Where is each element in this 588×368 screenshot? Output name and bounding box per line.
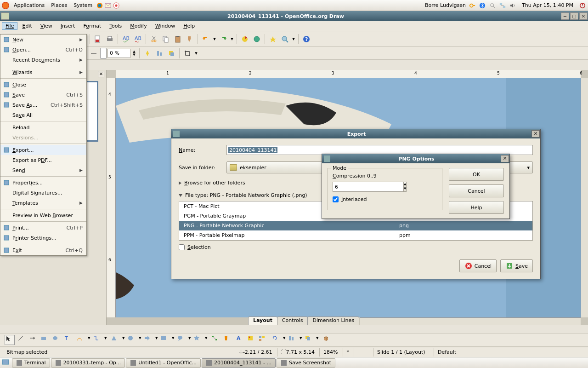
menu-file[interactable]: File bbox=[2, 22, 17, 30]
redo-icon[interactable] bbox=[218, 34, 229, 45]
gnome-menu-applications[interactable]: Applications bbox=[11, 1, 47, 9]
basic-shapes-dd[interactable]: ▾ bbox=[122, 335, 126, 345]
menu-item-close[interactable]: Close bbox=[0, 80, 86, 90]
flowchart-dd[interactable]: ▾ bbox=[172, 335, 175, 345]
line-color-swatch[interactable] bbox=[100, 48, 107, 59]
copy-icon[interactable] bbox=[160, 34, 171, 45]
spin-up[interactable]: ▲ bbox=[404, 182, 406, 187]
export-save-button[interactable]: Save bbox=[500, 259, 533, 272]
gnome-menu-system[interactable]: System bbox=[71, 1, 95, 9]
rotate-tool[interactable] bbox=[271, 335, 282, 345]
callout-dd[interactable]: ▾ bbox=[188, 335, 192, 345]
curve-tool[interactable] bbox=[76, 335, 86, 345]
menu-item-exit[interactable]: ExitCtrl+Q bbox=[0, 245, 86, 255]
undo-dropdown[interactable]: ▾ bbox=[212, 34, 217, 45]
menu-item-print-[interactable]: Print...Ctrl+P bbox=[0, 223, 86, 233]
hyperlink-icon[interactable] bbox=[251, 34, 262, 45]
png-dialog-close[interactable]: ✕ bbox=[501, 155, 509, 162]
compression-spinner[interactable]: ▲▼ bbox=[333, 182, 374, 192]
png-ok-button[interactable]: OK bbox=[449, 168, 504, 181]
line-width-spinner[interactable]: ▲▼ bbox=[131, 48, 137, 59]
connector-tool[interactable] bbox=[93, 335, 103, 345]
star-dd[interactable]: ▾ bbox=[205, 335, 209, 345]
arrow-style-icon[interactable] bbox=[88, 48, 99, 59]
filetype-ppm[interactable]: PPM - Portable Pixelmapppm bbox=[179, 230, 532, 240]
menu-item-reload[interactable]: Reload bbox=[0, 122, 86, 132]
bluetooth-icon[interactable] bbox=[479, 2, 486, 9]
format-paint-icon[interactable] bbox=[184, 34, 195, 45]
export-dialog-close[interactable]: ✕ bbox=[531, 130, 540, 138]
minimize-button[interactable]: − bbox=[561, 12, 569, 20]
callout-tool[interactable] bbox=[177, 335, 187, 345]
symbol-shapes-tool[interactable] bbox=[127, 335, 137, 345]
arrow-tool[interactable] bbox=[29, 335, 39, 345]
network-icon[interactable] bbox=[499, 2, 506, 9]
horizontal-scrollbar[interactable] bbox=[360, 317, 581, 325]
extrusion-tool[interactable] bbox=[322, 335, 333, 345]
menu-item-templates[interactable]: Templates▶ bbox=[0, 198, 86, 208]
menu-item-new[interactable]: New▶ bbox=[0, 34, 86, 45]
keyring-icon[interactable] bbox=[469, 2, 476, 9]
menu-item-printer-settings-[interactable]: Printer Settings... bbox=[0, 233, 86, 243]
align-draw-dd[interactable]: ▾ bbox=[300, 335, 303, 345]
spellcheck-icon[interactable]: ABC bbox=[120, 34, 131, 45]
rect-tool[interactable] bbox=[40, 335, 51, 345]
basic-shapes-tool[interactable] bbox=[111, 335, 121, 345]
menu-window[interactable]: Window bbox=[152, 22, 179, 30]
menu-view[interactable]: View bbox=[37, 22, 56, 30]
filetype-png[interactable]: PNG - Portable Network Graphicpng bbox=[179, 221, 532, 230]
interlaced-checkbox[interactable] bbox=[333, 196, 339, 202]
menu-item-digital-signatures-[interactable]: Digital Signatures... bbox=[0, 188, 86, 198]
flowchart-tool[interactable] bbox=[160, 335, 170, 345]
firefox-icon[interactable] bbox=[96, 2, 103, 9]
maximize-button[interactable]: ▢ bbox=[570, 12, 578, 20]
menu-insert[interactable]: Insert bbox=[57, 22, 79, 30]
vertical-scrollbar[interactable] bbox=[581, 78, 588, 317]
arrange-icon[interactable] bbox=[166, 48, 177, 59]
png-help-button[interactable]: Help bbox=[449, 201, 504, 214]
arrange-draw-dd[interactable]: ▾ bbox=[316, 335, 320, 345]
crop-icon[interactable] bbox=[182, 48, 193, 59]
zoom-icon[interactable] bbox=[279, 34, 290, 45]
menu-item-save[interactable]: SaveCtrl+S bbox=[0, 90, 86, 100]
help-toolbar-icon[interactable]: ? bbox=[301, 34, 312, 45]
task-untitled-openoffic-[interactable]: Untitled1 - OpenOffic... bbox=[126, 358, 201, 368]
undo-icon[interactable] bbox=[200, 34, 211, 45]
menu-item-preview-in-web-browser[interactable]: Preview in Web Browser bbox=[0, 210, 86, 220]
zoom-dropdown[interactable]: ▾ bbox=[291, 34, 296, 45]
shutdown-icon[interactable] bbox=[579, 2, 586, 9]
text-tool[interactable]: T bbox=[63, 335, 74, 345]
print-icon[interactable] bbox=[104, 34, 115, 45]
search-tray-icon[interactable] bbox=[489, 2, 496, 9]
points-tool[interactable] bbox=[211, 335, 221, 345]
export-cancel-button[interactable]: Cancel bbox=[459, 259, 497, 272]
gallery-tool[interactable] bbox=[259, 335, 269, 345]
compression-input[interactable] bbox=[333, 182, 403, 192]
slide-panel-close[interactable]: ✕ bbox=[98, 71, 104, 77]
menu-item-properties-[interactable]: Properties... bbox=[0, 178, 86, 188]
task--[interactable]: 20100404_113141 - ... bbox=[202, 358, 276, 368]
tab-dimension-lines[interactable]: Dimension Lines bbox=[307, 316, 359, 325]
menu-modify[interactable]: Modify bbox=[126, 22, 150, 30]
effects-icon[interactable] bbox=[142, 48, 153, 59]
menu-item-recent-documents[interactable]: Recent Documents▶ bbox=[0, 55, 86, 65]
menu-item-open-[interactable]: Open...Ctrl+O bbox=[0, 45, 86, 55]
export-pdf-icon[interactable] bbox=[92, 34, 103, 45]
redo-dropdown[interactable]: ▾ bbox=[230, 34, 234, 45]
ellipse-tool[interactable] bbox=[52, 335, 62, 345]
fontwork-tool[interactable]: A bbox=[236, 335, 246, 345]
menu-help[interactable]: Help bbox=[180, 22, 198, 30]
line-tool[interactable] bbox=[17, 335, 28, 345]
gnome-user-name[interactable]: Borre Ludvigsen bbox=[425, 2, 466, 8]
glue-tool[interactable] bbox=[223, 335, 233, 345]
curve-dd[interactable]: ▾ bbox=[88, 335, 91, 345]
gnome-clock[interactable]: Thu Apr 15, 1:40 PM bbox=[519, 1, 576, 9]
mail-icon[interactable] bbox=[104, 2, 112, 9]
task-save-screenshot[interactable]: Save Screenshot bbox=[277, 358, 335, 368]
arrange-draw-tool[interactable] bbox=[305, 335, 315, 345]
status-zoom[interactable]: 184% bbox=[319, 348, 341, 356]
rotate-dd[interactable]: ▾ bbox=[283, 335, 287, 345]
menu-item-wizards[interactable]: Wizards▶ bbox=[0, 67, 86, 77]
show-desktop-icon[interactable] bbox=[2, 358, 11, 367]
spin-down[interactable]: ▼ bbox=[404, 187, 406, 191]
